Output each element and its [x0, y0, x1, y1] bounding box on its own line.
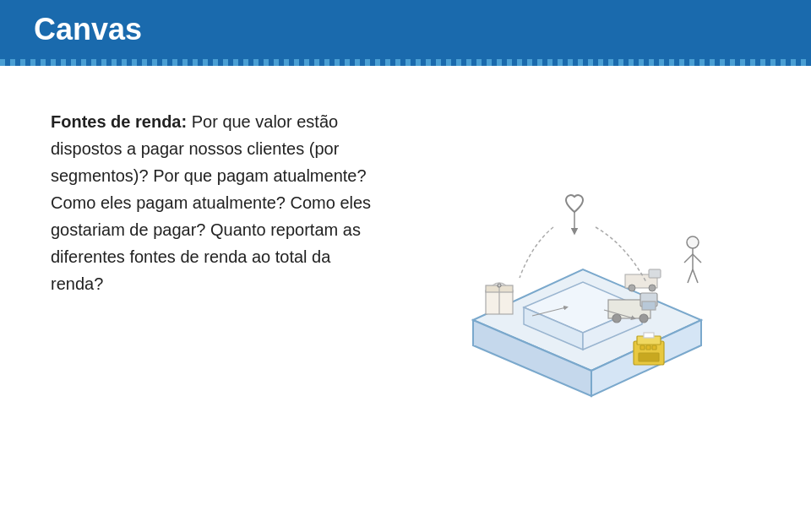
text-section: Fontes de renda: Por que valor estão dis…	[51, 108, 372, 498]
svg-point-17	[629, 285, 635, 291]
svg-line-23	[693, 254, 701, 263]
svg-point-20	[687, 236, 699, 248]
svg-line-25	[693, 269, 698, 283]
page-title: Canvas	[34, 12, 142, 47]
svg-rect-16	[649, 269, 661, 278]
svg-point-13	[640, 314, 648, 323]
svg-line-22	[684, 254, 693, 263]
svg-rect-14	[642, 301, 656, 310]
svg-point-12	[612, 314, 621, 323]
svg-rect-32	[644, 333, 654, 338]
section-label: Fontes de renda:	[51, 112, 187, 131]
stripe-decoration	[0, 59, 811, 66]
svg-point-9	[498, 284, 501, 287]
illustration-section	[406, 108, 760, 498]
svg-rect-31	[652, 345, 656, 350]
svg-point-18	[649, 285, 656, 291]
main-content: Fontes de renda: Por que valor estão dis…	[0, 66, 811, 532]
body-text: Por que valor estão dispostos a pagar no…	[51, 112, 371, 293]
svg-rect-30	[646, 345, 650, 350]
svg-rect-28	[639, 353, 659, 361]
body-paragraph: Fontes de renda: Por que valor estão dis…	[51, 108, 372, 297]
page-header: Canvas	[0, 0, 811, 59]
svg-rect-29	[640, 345, 645, 350]
canvas-illustration	[422, 168, 743, 438]
svg-line-24	[688, 269, 693, 283]
